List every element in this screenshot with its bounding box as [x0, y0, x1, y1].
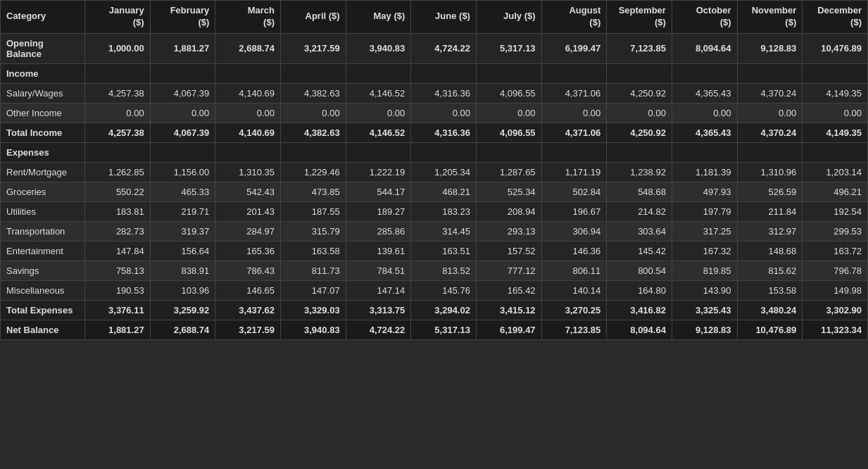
row-value: 7,123.85 [541, 320, 607, 339]
row-value: 0.00 [215, 103, 281, 123]
row-value: 4,724.22 [346, 320, 411, 339]
row-value [346, 63, 411, 83]
row-value: 147.14 [346, 280, 411, 300]
row-value: 4,724.22 [411, 33, 477, 63]
row-value: 6,199.47 [476, 320, 541, 339]
column-header-12: December($) [803, 1, 868, 34]
table-row: Other Income0.000.000.000.000.000.000.00… [1, 103, 868, 123]
row-value: 153.58 [737, 280, 803, 300]
row-value: 156.64 [150, 241, 215, 261]
row-value: 0.00 [541, 103, 607, 123]
row-value: 196.67 [541, 201, 607, 221]
row-value: 3,416.82 [607, 300, 672, 320]
table-row: Net Balance1,881.272,688.743,217.593,940… [1, 320, 868, 339]
row-value: 3,302.90 [803, 300, 868, 320]
row-value: 4,149.35 [803, 123, 868, 142]
row-value: 140.14 [541, 280, 607, 300]
row-value: 4,382.63 [280, 83, 346, 103]
row-value: 299.53 [803, 221, 868, 241]
row-value: 157.52 [476, 241, 541, 261]
row-value: 3,437.62 [215, 300, 281, 320]
column-header-9: September($) [607, 1, 672, 34]
row-value: 4,140.69 [215, 83, 281, 103]
row-value: 306.94 [541, 221, 607, 241]
row-value: 838.91 [150, 261, 215, 280]
row-value: 201.43 [215, 201, 281, 221]
row-value: 0.00 [476, 103, 541, 123]
row-value: 525.34 [476, 182, 541, 201]
row-value: 811.73 [280, 261, 346, 280]
row-value: 9,128.83 [737, 33, 803, 63]
row-value: 183.23 [411, 201, 477, 221]
row-value: 0.00 [150, 103, 215, 123]
row-value: 784.51 [346, 261, 411, 280]
row-value: 219.71 [150, 201, 215, 221]
row-value: 303.64 [607, 221, 672, 241]
row-value [607, 63, 672, 83]
row-value: 3,376.11 [85, 300, 151, 320]
row-value: 147.84 [85, 241, 151, 261]
row-value: 282.73 [85, 221, 151, 241]
row-value: 4,365.43 [672, 123, 737, 142]
row-value: 149.98 [803, 280, 868, 300]
row-value: 468.21 [411, 182, 477, 201]
budget-table: CategoryJanuary($)February($)March($)Apr… [0, 0, 868, 340]
row-value: 4,067.39 [150, 83, 215, 103]
column-header-10: October($) [672, 1, 737, 34]
row-label: Entertainment [1, 241, 85, 261]
row-value: 8,094.64 [607, 320, 672, 339]
row-value: 146.65 [215, 280, 281, 300]
row-value [150, 63, 215, 83]
row-label: Transportation [1, 221, 85, 241]
row-value [541, 63, 607, 83]
row-value [150, 142, 215, 162]
row-value: 3,270.25 [541, 300, 607, 320]
row-value: 1,310.35 [215, 162, 281, 182]
row-value: 3,259.92 [150, 300, 215, 320]
row-value: 1,881.27 [85, 320, 151, 339]
table-header-row: CategoryJanuary($)February($)March($)Apr… [1, 1, 868, 34]
row-label: Net Balance [1, 320, 85, 339]
row-value [737, 63, 803, 83]
row-value: 3,940.83 [346, 33, 411, 63]
row-value: 1,205.34 [411, 162, 477, 182]
row-value: 4,382.63 [280, 123, 346, 142]
row-value: 4,250.92 [607, 123, 672, 142]
table-row: Total Expenses3,376.113,259.923,437.623,… [1, 300, 868, 320]
row-value [737, 142, 803, 162]
row-value: 4,149.35 [803, 83, 868, 103]
row-value: 3,325.43 [672, 300, 737, 320]
column-header-2: February($) [150, 1, 215, 34]
row-value: 1,310.96 [737, 162, 803, 182]
table-row: Savings758.13838.91786.43811.73784.51813… [1, 261, 868, 280]
row-label: Savings [1, 261, 85, 280]
row-value: 800.54 [607, 261, 672, 280]
table-row: Expenses [1, 142, 868, 162]
column-header-4: April ($) [280, 1, 346, 34]
row-value: 0.00 [672, 103, 737, 123]
row-value: 146.36 [541, 241, 607, 261]
row-value [280, 142, 346, 162]
row-value: 319.37 [150, 221, 215, 241]
row-value: 4,096.55 [476, 83, 541, 103]
row-value: 1,181.39 [672, 162, 737, 182]
row-value: 1,000.00 [85, 33, 151, 63]
row-value: 5,317.13 [411, 320, 477, 339]
row-value: 806.11 [541, 261, 607, 280]
budget-table-container: CategoryJanuary($)February($)March($)Apr… [0, 0, 868, 340]
column-header-8: August($) [541, 1, 607, 34]
row-value: 4,250.92 [607, 83, 672, 103]
row-value: 6,199.47 [541, 33, 607, 63]
table-body: Opening Balance1,000.001,881.272,688.743… [1, 33, 868, 339]
row-value: 190.53 [85, 280, 151, 300]
row-value: 4,257.38 [85, 123, 151, 142]
row-label: Total Expenses [1, 300, 85, 320]
row-value: 211.84 [737, 201, 803, 221]
row-value: 139.61 [346, 241, 411, 261]
row-value: 4,146.52 [346, 123, 411, 142]
row-value: 0.00 [737, 103, 803, 123]
row-value: 0.00 [803, 103, 868, 123]
row-value: 285.86 [346, 221, 411, 241]
row-label: Expenses [1, 142, 85, 162]
row-label: Opening Balance [1, 33, 85, 63]
